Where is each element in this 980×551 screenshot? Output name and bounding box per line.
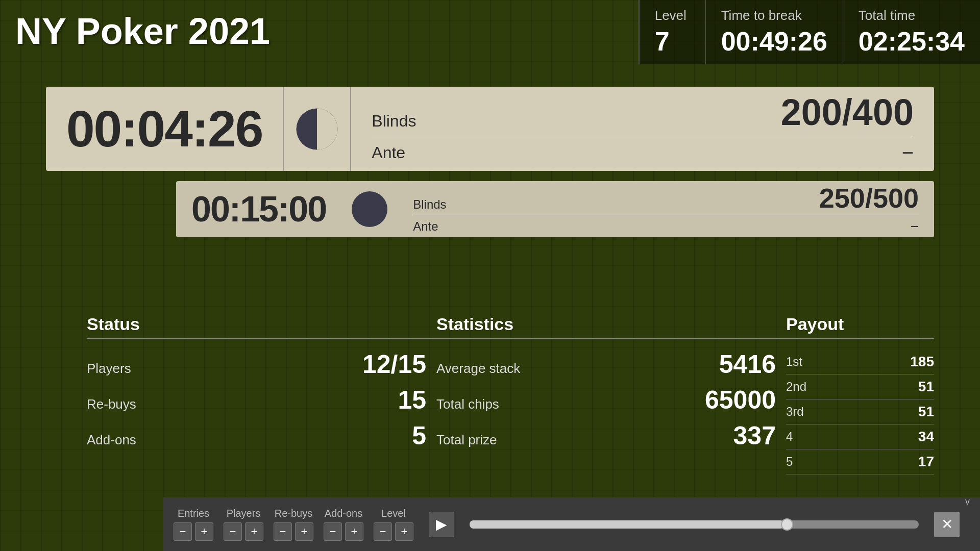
next-level-panel: 00:15:00 Blinds 250/500 Ante −: [176, 181, 934, 237]
progress-fill: [470, 520, 784, 529]
total-time-block: Total time 02:25:34: [843, 0, 980, 64]
time-to-break-label: Time to break: [721, 8, 827, 23]
blinds-label: Blinds: [372, 112, 416, 131]
close-button[interactable]: ✕: [934, 512, 960, 537]
progress-area[interactable]: [470, 520, 919, 529]
payout-row: 3rd 51: [786, 399, 934, 424]
current-level-info: Blinds 200/400 Ante −: [351, 87, 934, 171]
avg-stack-label: Average stack: [436, 361, 520, 377]
payout-amount: 17: [918, 454, 934, 470]
ante-label: Ante: [372, 143, 405, 162]
total-prize-value: 337: [733, 421, 776, 450]
payout-amount: 34: [918, 429, 934, 445]
payout-row: 5 17: [786, 449, 934, 474]
payout-row: 1st 185: [786, 349, 934, 374]
payout-rows: 1st 185 2nd 51 3rd 51 4 34 5 17: [786, 349, 934, 474]
status-title: Status: [87, 314, 436, 339]
blinds-row: Blinds 200/400: [372, 94, 914, 136]
progress-thumb[interactable]: [781, 518, 793, 531]
payout-place: 4: [786, 430, 793, 444]
rebuys-plus-button[interactable]: +: [295, 522, 313, 541]
level-ctrl-label: Level: [381, 508, 406, 519]
payout-row: 4 34: [786, 424, 934, 449]
payout-amount: 51: [918, 404, 934, 420]
play-button[interactable]: ▶: [429, 512, 454, 537]
current-timer-display: 00:04:26: [46, 87, 283, 171]
next-blinds-label: Blinds: [413, 197, 446, 212]
rebuys-ctrl-label: Re-buys: [275, 508, 312, 519]
entries-plus-button[interactable]: +: [195, 522, 213, 541]
next-ante-row: Ante −: [413, 218, 919, 235]
payout-place: 2nd: [786, 380, 806, 394]
level-block: Level 7: [639, 0, 705, 64]
avg-stack-row: Average stack 5416: [436, 349, 786, 379]
players-value: 12/15: [362, 349, 426, 379]
status-column: Status Players 12/15 Re-buys 15 Add-ons …: [87, 314, 436, 474]
next-timer-value: 00:15:00: [191, 189, 326, 230]
next-blinds-row: Blinds 250/500: [413, 184, 919, 215]
level-minus-button[interactable]: −: [374, 522, 392, 541]
level-buttons: − +: [374, 522, 413, 541]
total-time-value: 02:25:34: [859, 26, 965, 57]
rebuys-minus-button[interactable]: −: [274, 522, 292, 541]
progress-bar[interactable]: [470, 520, 919, 529]
payout-amount: 51: [918, 379, 934, 395]
rebuys-label: Re-buys: [87, 396, 136, 412]
rebuys-value: 15: [398, 385, 426, 415]
statistics-column: Statistics Average stack 5416 Total chip…: [436, 314, 786, 474]
players-plus-button[interactable]: +: [245, 522, 263, 541]
pie-chart-icon: [294, 106, 340, 152]
next-icon-area: [341, 181, 398, 237]
v-label: v: [965, 496, 970, 507]
payout-amount: 185: [910, 354, 934, 370]
app-title: NY Poker 2021: [15, 10, 270, 52]
entries-label: Entries: [178, 508, 209, 519]
payout-place: 5: [786, 455, 793, 469]
current-timer-value: 00:04:26: [66, 99, 262, 158]
circle-icon: [352, 191, 387, 227]
next-ante-label: Ante: [413, 219, 438, 234]
players-control: Players − +: [224, 508, 263, 541]
main-timer-panel: 00:04:26 Blinds 200/400 Ante −: [46, 87, 934, 171]
ante-value: −: [902, 141, 914, 164]
rebuys-control: Re-buys − +: [274, 508, 313, 541]
next-ante-value: −: [911, 218, 919, 235]
total-time-label: Total time: [859, 8, 965, 23]
control-bar: Entries − + Players − + Re-buys − + Add-…: [163, 497, 980, 551]
rebuys-row: Re-buys 15: [87, 385, 436, 415]
level-label: Level: [655, 8, 690, 23]
players-minus-button[interactable]: −: [224, 522, 242, 541]
statistics-title: Statistics: [436, 314, 786, 339]
payout-column: Payout 1st 185 2nd 51 3rd 51 4 34 5 17: [786, 314, 934, 474]
payout-place: 1st: [786, 355, 802, 369]
addons-value: 5: [412, 421, 426, 450]
next-level-info: Blinds 250/500 Ante −: [398, 181, 934, 237]
players-row: Players 12/15: [87, 349, 436, 379]
players-ctrl-label: Players: [227, 508, 261, 519]
header-stats: Level 7 Time to break 00:49:26 Total tim…: [639, 0, 980, 64]
addons-minus-button[interactable]: −: [324, 522, 342, 541]
addons-buttons: − +: [324, 522, 363, 541]
entries-control: Entries − +: [174, 508, 213, 541]
time-to-break-value: 00:49:26: [721, 26, 827, 57]
level-control: Level − +: [374, 508, 413, 541]
entries-minus-button[interactable]: −: [174, 522, 192, 541]
stats-section: Status Players 12/15 Re-buys 15 Add-ons …: [87, 314, 934, 474]
total-chips-label: Total chips: [436, 396, 499, 412]
payout-title: Payout: [786, 314, 934, 339]
addons-control: Add-ons − +: [324, 508, 363, 541]
timer-icon-area: [283, 87, 351, 171]
avg-stack-value: 5416: [719, 349, 776, 379]
total-chips-row: Total chips 65000: [436, 385, 786, 415]
total-chips-value: 65000: [705, 385, 776, 415]
blinds-value: 200/400: [781, 94, 914, 131]
addons-plus-button[interactable]: +: [345, 522, 363, 541]
rebuys-buttons: − +: [274, 522, 313, 541]
addons-ctrl-label: Add-ons: [325, 508, 363, 519]
addons-row: Add-ons 5: [87, 421, 436, 450]
time-to-break-block: Time to break 00:49:26: [705, 0, 843, 64]
level-plus-button[interactable]: +: [395, 522, 413, 541]
total-prize-label: Total prize: [436, 432, 497, 448]
players-buttons: − +: [224, 522, 263, 541]
next-timer-display: 00:15:00: [176, 181, 341, 237]
